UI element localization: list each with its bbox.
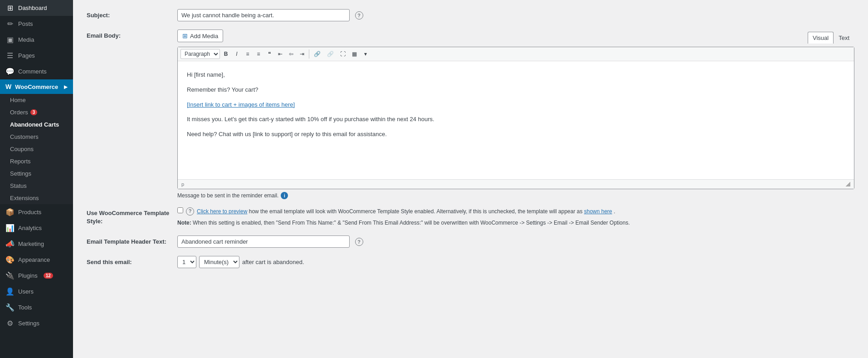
bold-button[interactable]: B [221,49,231,59]
editor-line4: It misses you. Let's get this cart-y sta… [187,115,845,124]
sidebar-item-dashboard[interactable]: ⊞ Dashboard [0,0,73,16]
more-button[interactable]: ▾ [361,49,371,59]
editor-tag: p [181,181,184,187]
resize-handle[interactable] [846,182,850,186]
template-style-text: Click here to preview how the email temp… [197,207,615,216]
add-media-button[interactable]: ⊞ Add Media [177,29,223,42]
settings-icon: ⚙ [5,319,15,328]
sidebar-item-label: Home [10,97,26,103]
header-text-label: Email Template Header Text: [87,235,177,245]
template-style-row: Use WooCommerce Template Style: ? Click … [87,207,854,227]
dashboard-icon: ⊞ [5,4,15,12]
sidebar-item-label: Coupons [10,146,34,152]
sidebar-item-orders[interactable]: Orders 3 [0,106,73,118]
email-body-label: Email Body: [87,29,177,39]
main-content: Subject: ? Email Body: ⊞ Add Media Visua… [73,0,868,358]
tools-icon: 🔧 [5,303,15,312]
template-check-group: ? Click here to preview how the email te… [177,207,854,216]
info-text: Message to be sent in the reminder email… [177,192,278,199]
sidebar-item-pages[interactable]: ☰ Pages [0,48,73,64]
sidebar-item-label: Extensions [10,195,39,201]
chevron-icon: ▶ [64,84,68,89]
sidebar-item-label: Products [18,209,41,216]
sidebar-item-posts[interactable]: ✏ Posts [0,16,73,32]
sidebar-item-customers[interactable]: Customers [0,131,73,143]
template-style-checkbox[interactable] [177,207,183,213]
sidebar-item-analytics[interactable]: 📊 Analytics [0,220,73,236]
editor-line3: [Insert link to cart + images of items h… [187,100,845,110]
template-style-label: Use WooCommerce Template Style: [87,207,177,226]
sidebar-item-coupons[interactable]: Coupons [0,143,73,155]
header-help-icon[interactable]: ? [355,238,363,246]
unordered-list-button[interactable]: ≡ [243,49,253,59]
send-email-row: Send this email: 1 Minute(s) Hour(s) Day… [87,256,854,268]
sidebar-item-plugins[interactable]: 🔌 Plugins 12 [0,268,73,284]
header-text-field: ? [177,235,854,248]
woo-submenu: Home Orders 3 Abandoned Carts Customers … [0,94,73,204]
comments-icon: 💬 [5,67,15,76]
cart-link[interactable]: [Insert link to cart + images of items h… [187,101,295,108]
subject-field: ? [177,9,854,21]
shown-here-link[interactable]: shown here [584,208,612,215]
sidebar-item-settings-bottom[interactable]: ⚙ Settings [0,315,73,331]
align-left-button[interactable]: ⇤ [275,49,285,59]
align-right-button[interactable]: ⇥ [297,49,307,59]
sidebar-item-label: Pages [18,52,35,59]
italic-button[interactable]: I [232,49,242,59]
editor-body[interactable]: Hi [first name], Remember this? Your car… [178,61,854,179]
sidebar: ⊞ Dashboard ✏ Posts ▣ Media ☰ Pages 💬 Co… [0,0,73,358]
subject-input[interactable] [177,9,350,21]
sidebar-item-label: Media [18,36,34,43]
unlink-button[interactable]: 🔗 [324,49,336,59]
sidebar-item-users[interactable]: 👤 Users [0,284,73,299]
marketing-icon: 📣 [5,240,15,248]
align-center-button[interactable]: ⇦ [286,49,296,59]
sidebar-item-comments[interactable]: 💬 Comments [0,64,73,79]
paragraph-select[interactable]: Paragraph [180,49,220,59]
preview-link[interactable]: Click here to preview [197,208,247,215]
sidebar-item-woocommerce[interactable]: W WooCommerce ▶ [0,79,73,94]
sidebar-item-label: Dashboard [18,5,47,11]
sidebar-item-label: Posts [18,20,33,27]
editor-toolbar: Paragraph B I ≡ ≡ ❝ ⇤ ⇦ ⇥ 🔗 🔗 ⛶ ▦ ▾ [178,47,854,61]
sidebar-item-label: Users [18,288,34,295]
sidebar-item-appearance[interactable]: 🎨 Appearance [0,252,73,268]
sidebar-item-marketing[interactable]: 📣 Marketing [0,236,73,252]
sidebar-item-tools[interactable]: 🔧 Tools [0,299,73,315]
sidebar-item-media[interactable]: ▣ Media [0,32,73,48]
sidebar-item-label: Status [10,182,27,189]
sidebar-item-reports[interactable]: Reports [0,155,73,167]
ordered-list-button[interactable]: ≡ [254,49,263,59]
table-button[interactable]: ▦ [349,49,360,59]
blockquote-button[interactable]: ❝ [264,49,274,59]
sidebar-item-abandoned-carts[interactable]: Abandoned Carts [0,118,73,131]
sidebar-item-label: Abandoned Carts [10,121,59,128]
editor-container: Paragraph B I ≡ ≡ ❝ ⇤ ⇦ ⇥ 🔗 🔗 ⛶ ▦ ▾ [177,47,854,189]
send-unit-select[interactable]: Minute(s) Hour(s) Day(s) [199,256,239,268]
orders-badge: 3 [30,109,38,115]
sidebar-item-extensions[interactable]: Extensions [0,192,73,204]
sidebar-item-label: Appearance [18,256,50,263]
template-style-help-icon[interactable]: ? [186,207,194,216]
plugins-icon: 🔌 [5,271,15,280]
sidebar-item-home[interactable]: Home [0,94,73,106]
users-icon: 👤 [5,287,15,296]
media-icon: ▣ [5,35,15,44]
sidebar-item-settings[interactable]: Settings [0,167,73,180]
add-media-label: Add Media [190,33,218,39]
link-button[interactable]: 🔗 [311,49,323,59]
tab-text[interactable]: Text [834,32,854,44]
sidebar-item-status[interactable]: Status [0,180,73,192]
subject-help-icon[interactable]: ? [355,11,363,20]
send-controls: 1 Minute(s) Hour(s) Day(s) after cart is… [177,256,854,268]
sidebar-item-products[interactable]: 📦 Products [0,204,73,220]
woo-label: WooCommerce [15,83,58,90]
note-label: Note: [177,220,191,226]
send-number-select[interactable]: 1 [177,256,196,268]
fullscreen-button[interactable]: ⛶ [337,49,348,59]
editor-line2: Remember this? Your cart? [187,85,845,95]
tab-visual[interactable]: Visual [808,32,834,44]
posts-icon: ✏ [5,20,15,28]
note-text: When this setting is enabled, then "Send… [193,220,630,226]
header-text-input[interactable] [177,235,350,248]
